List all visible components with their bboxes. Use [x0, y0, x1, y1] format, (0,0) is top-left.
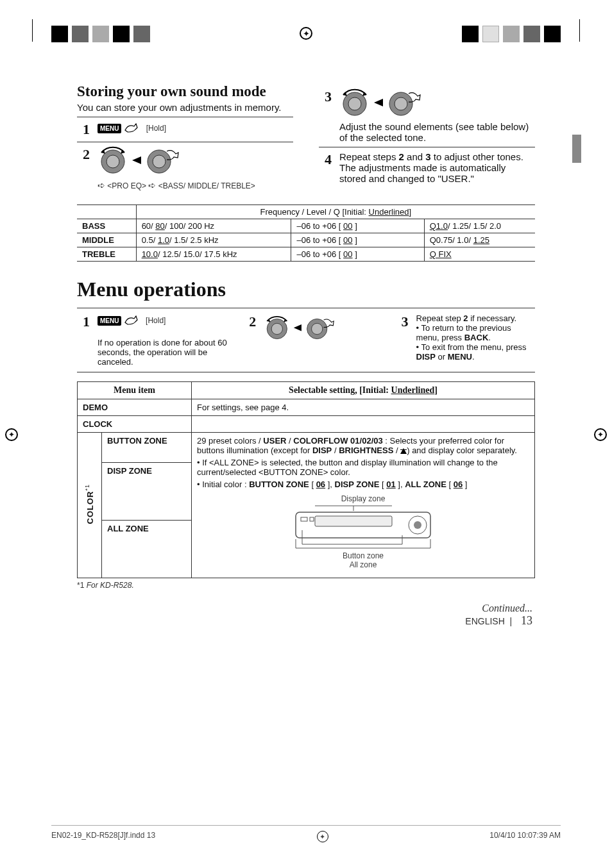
table-row: MIDDLE 0.5/ 1.0/ 1.5/ 2.5 kHz –06 to +06… [77, 233, 535, 247]
table-row: CLOCK [78, 416, 535, 433]
section-title: Storing your own sound mode [77, 83, 293, 100]
doc-file-name: EN02-19_KD-R528[J]f.indd 13 [51, 831, 155, 842]
step-num-4: 4 [319, 151, 332, 168]
reg-mark-right [594, 428, 607, 441]
step-num-1: 1 [77, 121, 90, 138]
svg-point-6 [153, 155, 166, 168]
zone-diagram: Display zone [197, 489, 529, 574]
table-row: DEMO For settings, see page 4. [78, 399, 535, 416]
svg-marker-18 [294, 324, 302, 331]
table-row: COLOR*1 BUTTON ZONE 29 preset colors / U… [78, 433, 535, 463]
color-settings-cell: 29 preset colors / USER / COLORFLOW 01/0… [192, 433, 535, 578]
eject-icon [400, 448, 407, 454]
table-row: TREBLE 10.0/ 12.5/ 15.0/ 17.5 kHz –06 to… [77, 247, 535, 262]
menu-button-graphic: MENU [98, 121, 142, 135]
hold-label: [Hold] [146, 124, 166, 133]
page-tab [572, 135, 581, 163]
step4-text: Repeat steps 2 and 3 to adjust other ton… [339, 151, 523, 162]
svg-point-24 [414, 521, 421, 529]
menu-step-2-num: 2 [243, 313, 256, 330]
step2-path: ➪ <PRO EQ> ➪ <BASS/ MIDDLE/ TREBLE> [98, 180, 293, 190]
svg-rect-22 [315, 516, 392, 526]
frequency-table: Frequency / Level / Q [Initial: Underlin… [77, 204, 535, 262]
print-registration-top [0, 0, 612, 45]
section-intro: You can store your own adjustments in me… [77, 102, 293, 113]
th-selectable: Selectable setting, [Initial: Underlined… [192, 382, 535, 399]
menu-step-1-num: 1 [77, 313, 90, 330]
step-num-3: 3 [319, 88, 332, 105]
reg-mark-bottom: ✦ [317, 831, 328, 842]
menu-hold: [Hold] [146, 316, 166, 325]
svg-rect-26 [310, 517, 314, 521]
menu-button-graphic-2: MENU [98, 313, 142, 328]
th-menu-item: Menu item [78, 382, 192, 399]
svg-point-8 [348, 97, 361, 110]
menu-settings-table: Menu item Selectable setting, [Initial: … [77, 381, 535, 578]
svg-point-20 [312, 323, 323, 334]
reg-mark-left [5, 428, 18, 441]
document-print-footer: EN02-19_KD-R528[J]f.indd 13 ✦ 10/4/10 10… [51, 825, 561, 842]
footnote: *1 For KD-R528. [77, 581, 535, 590]
dial-turn-press-icon [98, 146, 194, 177]
step-num-2: 2 [77, 146, 90, 163]
svg-point-1 [106, 155, 119, 168]
menu-operations-title: Menu operations [77, 278, 535, 301]
page-content: Storing your own sound mode You can stor… [0, 45, 612, 653]
dial-turn-press-icon-2 [339, 88, 436, 119]
svg-marker-4 [132, 156, 141, 164]
svg-point-13 [395, 97, 407, 110]
page-footer: Continued... ENGLISH | 13 [77, 603, 535, 628]
svg-point-15 [271, 323, 282, 334]
menu-step1-note: If no operation is done for about 60 sec… [98, 338, 230, 367]
dial-turn-press-icon-3 [264, 313, 347, 344]
svg-marker-11 [374, 99, 383, 106]
table-row: BASS 60/ 80/ 100/ 200 Hz –06 to +06 [ 00… [77, 219, 535, 233]
step3-text: Adjust the sound elements (see table bel… [339, 121, 535, 143]
menu-step-3-num: 3 [396, 313, 409, 330]
doc-timestamp: 10/4/10 10:07:39 AM [489, 831, 561, 842]
step4-cont: The adjustments made is automatically st… [339, 162, 506, 184]
menu-ops-steps: 1 MENU [Hold] If no operation is done fo… [77, 308, 535, 372]
svg-rect-25 [301, 517, 307, 521]
